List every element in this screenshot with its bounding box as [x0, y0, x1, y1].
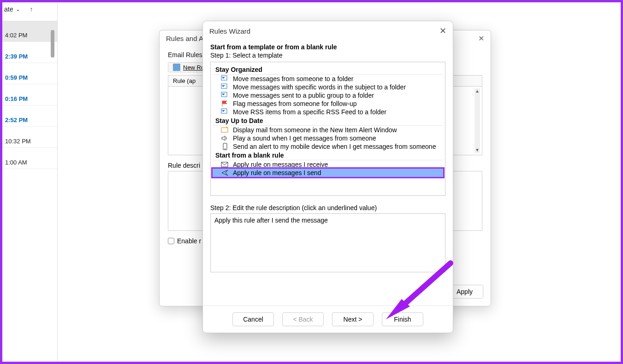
sort-header[interactable]: ate ⌄ ↑: [2, 2, 57, 16]
next-button[interactable]: Next >: [332, 312, 374, 326]
template-move-words-subject[interactable]: Move messages with specific words in the…: [213, 83, 443, 91]
template-play-sound[interactable]: Play a sound when I get messages from so…: [213, 134, 443, 142]
group-blank-rule: Start from a blank rule: [213, 151, 443, 160]
alert-window-icon: [221, 126, 229, 134]
sort-ascending-icon[interactable]: ↑: [30, 6, 33, 13]
template-move-rss[interactable]: Move RSS items from a specific RSS Feed …: [213, 108, 443, 116]
list-item[interactable]: 0:16 PM: [2, 84, 57, 106]
template-flag-followup[interactable]: Flag messages from someone for follow-up: [213, 100, 443, 108]
group-stay-up-to-date: Stay Up to Date: [213, 116, 443, 126]
template-label: Send an alert to my mobile device when I…: [233, 143, 436, 150]
template-label: Display mail from someone in the New Ite…: [233, 126, 397, 134]
rule-description-editor[interactable]: Apply this rule after I send the message: [210, 213, 445, 272]
move-to-folder-icon: [221, 92, 229, 99]
template-apply-on-send[interactable]: Apply rule on messages I send: [213, 169, 443, 177]
cancel-button[interactable]: Cancel: [232, 312, 274, 326]
scroll-down-icon[interactable]: ▼: [475, 147, 480, 153]
template-new-item-alert[interactable]: Display mail from someone in the New Ite…: [213, 126, 443, 134]
template-listbox[interactable]: Stay Organized Move messages from someon…: [210, 62, 445, 196]
step1-subheading: Step 1: Select a template: [210, 52, 445, 59]
dialog-title: Rules and Al: [166, 35, 205, 42]
message-list: 4:02 PM 2:39 PM 0:59 PM 0:16 PM 2:52 PM …: [2, 16, 57, 169]
template-label: Move RSS items from a specific RSS Feed …: [233, 108, 386, 116]
svg-point-6: [225, 148, 225, 149]
message-time: 10:32 PM: [5, 138, 31, 145]
template-label: Apply rule on messages I send: [233, 169, 321, 176]
template-label: Play a sound when I get messages from so…: [233, 135, 376, 142]
wizard-button-row: Cancel < Back Next > Finish: [203, 305, 453, 326]
template-label: Move messages sent to a public group to …: [233, 92, 374, 99]
list-item[interactable]: 10:32 PM: [2, 127, 57, 148]
list-item[interactable]: 2:39 PM: [2, 42, 57, 63]
move-to-folder-icon: [221, 83, 229, 91]
scroll-up-icon[interactable]: ▲: [475, 88, 480, 94]
scrollbar-thumb[interactable]: [51, 30, 54, 58]
rules-wizard-dialog: Rules Wizard ✕ Start from a template or …: [202, 21, 453, 333]
template-apply-on-receive[interactable]: Apply rule on messages I receive: [213, 160, 443, 169]
template-label: Flag messages from someone for follow-up: [233, 100, 356, 107]
flag-icon: [221, 100, 229, 107]
list-item[interactable]: 2:52 PM: [2, 106, 57, 127]
dialog-title: Rules Wizard: [209, 27, 250, 35]
listbox-scrollbar[interactable]: ▲ ▼: [475, 88, 480, 153]
list-item[interactable]: 0:59 PM: [2, 63, 57, 84]
send-icon: [221, 169, 229, 176]
template-mobile-alert[interactable]: Send an alert to my mobile device when I…: [213, 142, 443, 151]
move-to-folder-icon: [221, 108, 229, 116]
finish-button[interactable]: Finish: [382, 312, 423, 326]
move-to-folder-icon: [221, 75, 229, 82]
list-item[interactable]: 4:02 PM: [2, 21, 57, 42]
template-label: Move messages with specific words in the…: [233, 83, 406, 91]
mobile-icon: [221, 143, 229, 150]
message-time: 0:59 PM: [5, 74, 28, 81]
checkbox-icon[interactable]: [168, 238, 174, 244]
list-item[interactable]: 1:00 AM: [2, 148, 57, 169]
template-label: Move messages from someone to a folder: [233, 75, 353, 82]
dialog-titlebar: Rules Wizard ✕: [203, 21, 453, 41]
enable-rules-label: Enable r: [177, 237, 201, 245]
group-stay-organized: Stay Organized: [213, 65, 443, 75]
envelope-icon: [221, 161, 229, 168]
step2-heading: Step 2: Edit the rule description (click…: [210, 204, 445, 211]
step1-heading: Start from a template or from a blank ru…: [210, 43, 445, 51]
rule-description-text: Apply this rule after I send the message: [214, 217, 328, 224]
message-time: 0:16 PM: [5, 95, 28, 102]
chevron-down-icon[interactable]: ⌄: [16, 6, 20, 12]
message-time: 4:02 PM: [5, 32, 27, 39]
new-rule-icon: [173, 64, 180, 71]
scrollbar-track[interactable]: [51, 30, 55, 362]
template-label: Apply rule on messages I receive: [233, 161, 328, 168]
sound-icon: [221, 135, 229, 142]
message-time: 2:39 PM: [5, 53, 28, 60]
template-move-from-someone[interactable]: Move messages from someone to a folder: [213, 75, 443, 83]
close-icon[interactable]: ✕: [478, 34, 484, 43]
message-list-pane: ate ⌄ ↑ 4:02 PM 2:39 PM 0:59 PM 0:16 PM …: [2, 2, 58, 362]
message-time: 1:00 AM: [5, 159, 27, 166]
close-icon[interactable]: ✕: [439, 26, 446, 36]
new-rule-label: New Ru: [183, 64, 204, 71]
sort-label: ate: [4, 6, 13, 13]
back-button[interactable]: < Back: [282, 312, 324, 326]
template-move-public-group[interactable]: Move messages sent to a public group to …: [213, 91, 443, 100]
message-time: 2:52 PM: [5, 117, 28, 123]
